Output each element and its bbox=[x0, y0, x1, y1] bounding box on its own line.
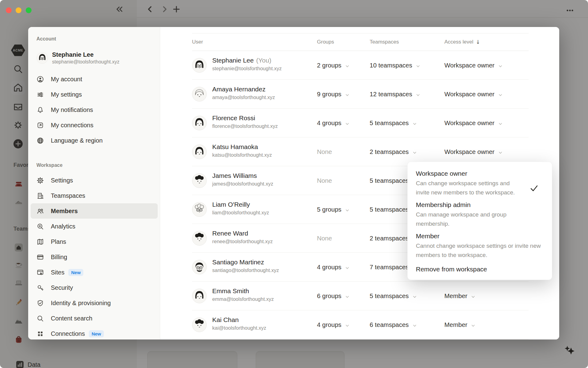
user-name: Katsu Hamaoka bbox=[212, 143, 258, 150]
chevron-down-icon[interactable] bbox=[345, 265, 350, 270]
teamspaces-dropdown[interactable]: 12 teamspaces bbox=[370, 80, 420, 108]
access-dropdown[interactable]: Workspace owner bbox=[444, 109, 503, 137]
sidebar-item-my-notifications[interactable]: My notifications bbox=[31, 102, 158, 117]
teamspaces-dropdown[interactable]: 5 teamspaces bbox=[370, 109, 417, 137]
sidebar-item-my-settings[interactable]: My settings bbox=[31, 87, 158, 102]
groups-dropdown[interactable]: 5 groups bbox=[317, 195, 350, 224]
access-value: Workspace owner bbox=[444, 148, 495, 155]
sidebar-item-plans[interactable]: Plans bbox=[31, 234, 158, 249]
teamspaces-value: 7 teamspaces bbox=[370, 263, 409, 271]
arrow-out-box-icon bbox=[36, 121, 44, 129]
table-row: Stephanie Lee(You)stephanie@toolsforthou… bbox=[192, 51, 529, 80]
members-table-header: User Groups Teamspaces Access level ↓ bbox=[192, 33, 529, 51]
user-email: emma@toolsforthought.xyz bbox=[212, 296, 274, 302]
access-value: Member bbox=[444, 292, 467, 300]
access-dropdown[interactable]: Workspace owner bbox=[444, 51, 503, 79]
teamspaces-dropdown[interactable]: 10 teamspaces bbox=[370, 51, 420, 79]
minimize-button[interactable] bbox=[16, 7, 21, 13]
chevron-down-icon[interactable] bbox=[345, 322, 350, 327]
chevron-down-icon[interactable] bbox=[345, 63, 350, 68]
chevron-down-icon[interactable] bbox=[498, 63, 503, 68]
sidebar-item-members[interactable]: Members bbox=[31, 203, 158, 219]
sidebar-item-my-account[interactable]: My account bbox=[31, 71, 158, 87]
column-header-groups[interactable]: Groups bbox=[317, 33, 334, 51]
workspace-section-heading: Workspace bbox=[36, 163, 62, 168]
avatar bbox=[192, 231, 207, 246]
menu-option-member[interactable]: MemberCannot change workspace settings o… bbox=[416, 232, 545, 260]
menu-option-remove-from-workspace[interactable]: Remove from workspace bbox=[416, 266, 545, 273]
groups-dropdown[interactable]: 2 groups bbox=[317, 51, 350, 79]
close-button[interactable] bbox=[6, 7, 12, 13]
groups-dropdown[interactable]: None bbox=[317, 137, 332, 166]
profile-email: stephanie@toolsforthought.xyz bbox=[52, 59, 119, 65]
chevron-down-icon[interactable] bbox=[416, 63, 420, 68]
groups-dropdown[interactable]: 6 groups bbox=[317, 282, 350, 310]
groups-dropdown[interactable]: 4 groups bbox=[317, 310, 350, 339]
user-email: amaya@toolsforthought.xyz bbox=[212, 94, 275, 101]
chevron-down-icon[interactable] bbox=[345, 293, 350, 298]
chevron-down-icon[interactable] bbox=[412, 322, 417, 327]
avatar bbox=[192, 116, 207, 130]
table-row: Kai Chankai@toolsforthought.xyz4 groups6… bbox=[192, 310, 529, 339]
user-email: katsu@toolsforthought.xyz bbox=[212, 152, 272, 158]
chevron-down-icon[interactable] bbox=[412, 149, 417, 154]
app-window: ACME Favorites Teamspaces bbox=[0, 0, 588, 368]
sidebar-item-language-region[interactable]: Language & region bbox=[31, 133, 158, 148]
people-icon bbox=[36, 207, 44, 215]
groups-value: None bbox=[317, 148, 332, 155]
sidebar-item-settings[interactable]: Settings bbox=[31, 173, 158, 188]
chevron-down-icon[interactable] bbox=[498, 149, 503, 154]
groups-dropdown[interactable]: 4 groups bbox=[317, 109, 350, 137]
sidebar-item-billing[interactable]: Billing bbox=[31, 249, 158, 265]
bell-icon bbox=[36, 106, 44, 114]
sidebar-item-content-search[interactable]: Content search bbox=[31, 311, 158, 326]
access-dropdown[interactable]: Workspace owner bbox=[444, 80, 503, 108]
groups-dropdown[interactable]: None bbox=[317, 224, 332, 252]
sidebar-item-connections[interactable]: ConnectionsNew bbox=[31, 326, 158, 339]
user-cell: Santiago Martinezsantiago@toolsforthough… bbox=[212, 258, 279, 274]
sidebar-item-identity-provisioning[interactable]: Identity & provisioning bbox=[31, 295, 158, 311]
sidebar-item-my-connections[interactable]: My connections bbox=[31, 117, 158, 133]
sidebar-item-teamspaces[interactable]: Teamspaces bbox=[31, 188, 158, 203]
groups-dropdown[interactable]: None bbox=[317, 166, 332, 195]
user-name: Liam O'Reilly bbox=[212, 201, 250, 208]
new-badge: New bbox=[89, 330, 104, 337]
column-header-user[interactable]: User bbox=[192, 33, 203, 51]
groups-dropdown[interactable]: 4 groups bbox=[317, 253, 350, 281]
groups-dropdown[interactable]: 9 groups bbox=[317, 80, 350, 108]
chevron-down-icon[interactable] bbox=[345, 121, 350, 125]
access-dropdown[interactable]: Member bbox=[444, 282, 476, 310]
chevron-down-icon[interactable] bbox=[498, 121, 503, 125]
zoom-button[interactable] bbox=[26, 7, 32, 13]
access-value: Member bbox=[444, 321, 467, 328]
menu-option-workspace-owner[interactable]: Workspace ownerCan change workspace sett… bbox=[416, 169, 545, 197]
user-name: Santiago Martinez bbox=[212, 259, 264, 266]
sidebar-item-security[interactable]: Security bbox=[31, 280, 158, 295]
chevron-down-icon[interactable] bbox=[471, 293, 476, 298]
chevron-down-icon[interactable] bbox=[412, 121, 417, 125]
chevron-down-icon[interactable] bbox=[345, 207, 350, 212]
chevron-down-icon[interactable] bbox=[345, 92, 350, 97]
person-circle-icon bbox=[36, 75, 44, 83]
sidebar-item-analytics[interactable]: Analytics bbox=[31, 219, 158, 234]
chevron-down-icon[interactable] bbox=[416, 92, 420, 97]
chevron-down-icon[interactable] bbox=[498, 92, 503, 97]
browser-cursor-icon bbox=[36, 269, 44, 276]
avatar bbox=[192, 87, 207, 102]
settings-sidebar: Account Stephanie Lee stephanie@toolsfor… bbox=[28, 27, 160, 339]
access-dropdown[interactable]: Member bbox=[444, 310, 476, 339]
chevron-down-icon[interactable] bbox=[412, 293, 417, 298]
teamspaces-value: 6 teamspaces bbox=[370, 321, 409, 328]
magnifier-plus-icon bbox=[36, 223, 44, 230]
teamspaces-dropdown[interactable]: 6 teamspaces bbox=[370, 310, 417, 339]
table-row: Florence Rossiflorence@toolsforthought.x… bbox=[192, 109, 529, 137]
menu-option-membership-admin[interactable]: Membership adminCan manage workspace and… bbox=[416, 201, 545, 228]
teamspaces-dropdown[interactable]: 5 teamspaces bbox=[370, 282, 417, 310]
shield-check-icon bbox=[36, 299, 44, 307]
column-header-access-level[interactable]: Access level ↓ bbox=[444, 33, 480, 51]
sidebar-item-sites[interactable]: SitesNew bbox=[31, 265, 158, 280]
chevron-down-icon[interactable] bbox=[471, 322, 476, 327]
groups-value: 5 groups bbox=[317, 206, 341, 213]
column-header-teamspaces[interactable]: Teamspaces bbox=[370, 33, 399, 51]
building-icon bbox=[36, 192, 44, 200]
